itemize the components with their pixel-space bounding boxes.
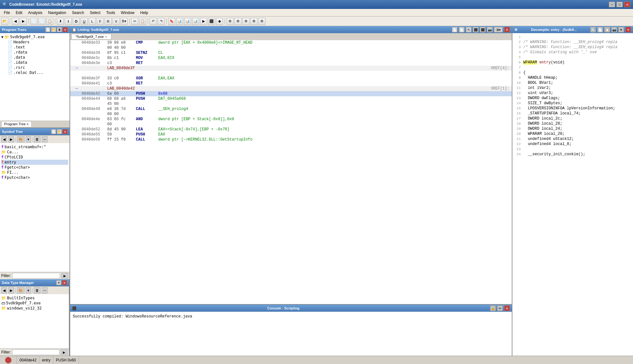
menu-file[interactable]: File [1, 10, 12, 16]
toolbar-forward[interactable]: ▶ [20, 18, 27, 25]
sym-item-fgetc[interactable]: f Fgetc<char> [1, 165, 68, 170]
toolbar-stop[interactable]: ⬛ [208, 18, 215, 25]
toolbar-btn3[interactable]: 📄 [30, 18, 37, 25]
toolbar-u[interactable]: U [81, 18, 88, 25]
toolbar-l[interactable]: L [89, 18, 96, 25]
tree-item-data[interactable]: 📄 .data [1, 55, 68, 60]
toolbar-r[interactable]: R [105, 18, 112, 25]
sym-item-basic[interactable]: f basic_streambuf<:^ [1, 144, 68, 149]
dtm-filter-input[interactable] [12, 349, 59, 355]
minimize-button[interactable]: ─ [609, 2, 615, 7]
menu-search[interactable]: Search [69, 10, 86, 16]
decompile-content[interactable]: 1 2 /* WARNING: Function: __SEH_prolog4 … [512, 33, 633, 356]
tree-item-idata[interactable]: 📄 .idata [1, 60, 68, 65]
toolbar-undo[interactable]: ↶ [150, 18, 157, 25]
decompile-refresh[interactable]: 🔄 [590, 27, 596, 33]
toolbar-cfg3[interactable]: ⚙ [242, 18, 249, 25]
dtm-filter-btn[interactable]: ▶ [61, 349, 68, 355]
listing-tab-close[interactable]: × [105, 35, 107, 39]
toolbar-bookmark[interactable]: 🔖 [168, 18, 175, 25]
listing-btn1[interactable]: 📄 [452, 27, 458, 33]
sym-tree-delete[interactable]: 🗑 [34, 136, 41, 142]
decompile-close[interactable]: ✕ [625, 27, 631, 33]
program-tree-tab[interactable]: Program Tree × [1, 121, 32, 127]
dtm-item-windows[interactable]: 📁 windows_vs12_32 [1, 306, 68, 311]
console-edit[interactable]: ✏ [497, 305, 503, 311]
dtm-delete[interactable]: 🗑 [34, 287, 41, 294]
menu-tools[interactable]: Tools [104, 10, 118, 16]
console-close[interactable]: ✕ [504, 305, 510, 311]
sym-tree-color[interactable]: 🎨 [17, 136, 25, 142]
dtm-close[interactable]: ✕ [62, 280, 67, 285]
symbol-tree-close[interactable]: ✕ [63, 129, 68, 134]
toolbar-down[interactable]: ⬇ [57, 18, 64, 25]
tree-item-rdata[interactable]: 📄 .rdata [1, 50, 68, 55]
decompile-btn1[interactable]: 📄 [597, 27, 603, 33]
dtm-dropdown[interactable]: ▾ [26, 287, 31, 294]
close-button[interactable]: ✕ [624, 2, 630, 7]
listing-snap[interactable]: 📷 [487, 27, 493, 33]
listing-view-menu[interactable]: ⊞▾ [494, 27, 503, 33]
tree-item-rsrc[interactable]: 📄 .rsrc [1, 65, 68, 70]
sym-tree-back[interactable]: ◀ [1, 136, 7, 142]
toolbar-btn8[interactable]: 📊 [176, 18, 183, 25]
program-trees-new[interactable]: 📄 [45, 27, 50, 32]
sym-item-entry[interactable]: f entry [1, 160, 68, 165]
dtm-menu[interactable]: ▾ [56, 280, 61, 285]
menu-window[interactable]: Window [118, 10, 137, 16]
menu-edit[interactable]: Edit [13, 10, 25, 16]
menu-select[interactable]: Select [87, 10, 103, 16]
toolbar-btn9[interactable]: 📊 [184, 18, 191, 25]
toolbar-b[interactable]: B▾ [121, 18, 128, 25]
sym-tree-collapse[interactable]: ─ [42, 136, 48, 142]
toolbar-run[interactable]: ▶ [200, 18, 207, 25]
toolbar-btn4[interactable]: 📄 [38, 18, 45, 25]
listing-tab-main[interactable]: *5vdk9ge0f_7.exe × [71, 34, 111, 40]
listing-btn4[interactable]: ⬛ [480, 27, 486, 33]
listing-cursor[interactable]: ↖ [466, 27, 472, 33]
listing-btn2[interactable]: 📄 [459, 27, 465, 33]
toolbar-i[interactable]: I [65, 18, 72, 25]
menu-navigation[interactable]: Navigation [46, 10, 69, 16]
toolbar-v[interactable]: V [113, 18, 120, 25]
toolbar-cfg2[interactable]: ⚙ [235, 18, 242, 25]
dtm-color[interactable]: 🎨 [17, 287, 25, 294]
program-trees-close[interactable]: ✕ [63, 27, 68, 32]
program-trees-delete[interactable]: 🗑 [57, 27, 62, 32]
listing-content[interactable]: 0040de33 39 88 e8 CMP dword ptr [EAX + 0… [70, 40, 512, 304]
toolbar-btn10[interactable]: 📊 [192, 18, 199, 25]
toolbar-btn5[interactable]: 📋 [46, 18, 53, 25]
toolbar-diamond[interactable]: ◆ [216, 18, 223, 25]
dtm-collapse[interactable]: ─ [42, 287, 48, 294]
restore-button[interactable]: □ [616, 2, 623, 7]
sym-tree-filter-icon[interactable]: ▾ [26, 136, 31, 142]
toolbar-cfg1[interactable]: ⚙ [227, 18, 234, 25]
toolbar-cfg4[interactable]: ⚙ [250, 18, 257, 25]
toolbar-redo[interactable]: ↷ [158, 18, 165, 25]
sym-item-ca[interactable]: 📁 Ca... [1, 149, 68, 155]
symbol-tree-filter-input[interactable] [12, 273, 60, 279]
console-lock[interactable]: 🔒 [490, 305, 496, 311]
toolbar-cfg5[interactable]: ⚙ [258, 18, 265, 25]
toolbar-btn6[interactable]: ✂ [131, 18, 138, 25]
symbol-tree-btn1[interactable]: 📄 [51, 129, 56, 134]
sym-item-fputc[interactable]: f Fputc<char> [1, 175, 68, 180]
symbol-tree-btn2[interactable]: 📂 [57, 129, 62, 134]
toolbar-open[interactable]: 📂 [1, 18, 8, 25]
tree-item-reloc[interactable]: 📄 .reloc Dat... [1, 70, 68, 75]
tree-item-text[interactable]: 📄 .text [1, 45, 68, 50]
dtm-forward[interactable]: ▶ [8, 287, 14, 294]
decompile-snap[interactable]: 📷 [611, 27, 617, 33]
toolbar-btn7[interactable]: 📋 [139, 18, 146, 25]
listing-btn3[interactable]: ⬛ [473, 27, 479, 33]
menu-analysis[interactable]: Analysis [26, 10, 45, 16]
menu-help[interactable]: Help [138, 10, 151, 16]
symbol-tree-filter-btn[interactable]: ▶ [61, 273, 68, 279]
dtm-back[interactable]: ◀ [1, 287, 7, 294]
sym-tree-forward[interactable]: ▶ [8, 136, 14, 142]
decompile-menu[interactable]: ▾ [618, 27, 624, 33]
dtm-item-exe[interactable]: 🗃 5vdk9ge0f_7.exe [1, 301, 68, 306]
tree-item-headers[interactable]: 📄 Headers [1, 40, 68, 45]
sym-item-fi[interactable]: 📁 FI... [1, 170, 68, 175]
toolbar-d[interactable]: D [73, 18, 80, 25]
